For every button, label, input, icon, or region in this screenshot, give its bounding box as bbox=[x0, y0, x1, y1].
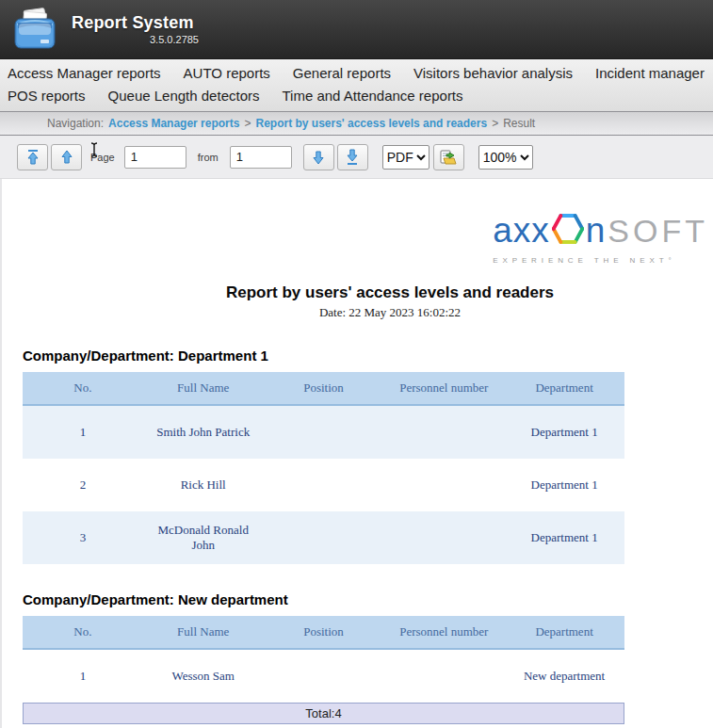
column-header: Department bbox=[504, 616, 624, 648]
axxonsoft-logo: axx n bbox=[493, 211, 708, 265]
table-cell: Rick Hill bbox=[143, 459, 264, 511]
page-number-input[interactable] bbox=[124, 146, 186, 169]
table-cell: 1 bbox=[23, 406, 143, 459]
page-label: Page bbox=[90, 152, 115, 163]
table-row: 2Rick HillDepartment 1 bbox=[23, 459, 624, 511]
column-header: Position bbox=[264, 372, 384, 404]
table-cell: Department 1 bbox=[504, 459, 624, 511]
table-cell bbox=[264, 511, 384, 564]
logo-text-n: n bbox=[586, 212, 607, 250]
app-title: Report System bbox=[72, 13, 199, 33]
column-header: Personnel number bbox=[383, 616, 504, 648]
menu-item-general-reports[interactable]: General reports bbox=[293, 62, 391, 85]
logo-tagline: EXPERIENCE THE NEXT° bbox=[493, 256, 708, 265]
menu-item-visitors-behavior-analysis[interactable]: Visitors behavior analysis bbox=[413, 62, 573, 85]
zoom-select[interactable]: 100% bbox=[478, 145, 533, 170]
column-header: Full Name bbox=[143, 616, 264, 648]
breadcrumb-label: Navigation: bbox=[47, 117, 104, 130]
logo-text-soft: SOFT bbox=[608, 212, 708, 250]
column-header: Department bbox=[504, 372, 624, 404]
table-cell: Department 1 bbox=[504, 406, 624, 459]
column-header: No. bbox=[23, 616, 143, 648]
previous-page-button[interactable] bbox=[51, 144, 82, 170]
table-cell: 2 bbox=[23, 459, 143, 511]
table-cell: McDonald Ronald John bbox=[143, 511, 264, 564]
table-cell: Wesson Sam bbox=[143, 650, 264, 703]
report-page: axx n bbox=[2, 179, 713, 724]
menu-row-1: Access Manager reportsAUTO reportsGenera… bbox=[8, 62, 713, 85]
table-cell bbox=[264, 459, 384, 511]
app-version: 3.5.0.2785 bbox=[150, 34, 199, 45]
column-header: Position bbox=[264, 616, 384, 648]
next-page-button[interactable] bbox=[303, 144, 334, 170]
total-row: Total:4 bbox=[23, 703, 624, 724]
last-page-button[interactable] bbox=[337, 144, 368, 170]
breadcrumb: Navigation: Access Manager reports>Repor… bbox=[0, 112, 713, 136]
table-cell: New department bbox=[504, 650, 624, 703]
table-cell: 3 bbox=[23, 511, 143, 564]
table-cell bbox=[383, 650, 504, 703]
table-cell bbox=[383, 406, 504, 459]
table-cell: 1 bbox=[23, 650, 143, 703]
main-menu: Access Manager reportsAUTO reportsGenera… bbox=[0, 59, 713, 112]
table-cell bbox=[264, 650, 384, 703]
report-sections: Company/Department: Department 1No.Full … bbox=[2, 348, 713, 703]
table-cell bbox=[264, 406, 384, 459]
column-header: Personnel number bbox=[383, 372, 504, 404]
app-header: Report System 3.5.0.2785 bbox=[0, 0, 713, 59]
total-pages-input[interactable] bbox=[230, 146, 292, 169]
logo-hexagon-icon bbox=[552, 211, 584, 251]
table-cell bbox=[383, 459, 504, 511]
menu-item-access-manager-reports[interactable]: Access Manager reports bbox=[8, 62, 161, 85]
report-system-logo-icon bbox=[11, 8, 58, 51]
table-row: 3McDonald Ronald JohnDepartment 1 bbox=[23, 511, 624, 564]
table-cell: Department 1 bbox=[504, 511, 624, 564]
table-row: 1Wesson SamNew department bbox=[23, 650, 624, 703]
from-label: from bbox=[198, 152, 219, 163]
breadcrumb-separator: > bbox=[492, 117, 498, 130]
report-toolbar: Page from PDF 100% bbox=[0, 136, 713, 179]
breadcrumb-items: Access Manager reports>Report by users' … bbox=[108, 117, 535, 130]
column-header: Full Name bbox=[143, 372, 264, 404]
breadcrumb-current: Result bbox=[503, 117, 535, 130]
report-table: No.Full NamePositionPersonnel numberDepa… bbox=[23, 616, 624, 703]
section-heading: Company/Department: New department bbox=[23, 591, 713, 607]
menu-item-queue-length-detectors[interactable]: Queue Length detectors bbox=[108, 85, 260, 107]
breadcrumb-separator: > bbox=[244, 117, 251, 130]
export-button[interactable] bbox=[433, 144, 464, 170]
report-date: Date: 22 May 2023 16:02:22 bbox=[2, 305, 713, 320]
column-header: No. bbox=[23, 372, 143, 404]
menu-item-incident-manager[interactable]: Incident manager bbox=[595, 62, 705, 85]
menu-item-time-and-attendance-reports[interactable]: Time and Attendance reports bbox=[282, 85, 462, 107]
report-table: No.Full NamePositionPersonnel numberDepa… bbox=[23, 372, 624, 564]
table-header-row: No.Full NamePositionPersonnel numberDepa… bbox=[23, 372, 624, 406]
table-row: 1Smith John PatrickDepartment 1 bbox=[23, 406, 624, 459]
table-header-row: No.Full NamePositionPersonnel numberDepa… bbox=[23, 616, 624, 650]
menu-row-2: POS reportsQueue Length detectorsTime an… bbox=[8, 85, 713, 107]
report-title: Report by users' access levels and reade… bbox=[2, 283, 713, 302]
table-cell bbox=[383, 511, 504, 564]
menu-item-auto-reports[interactable]: AUTO reports bbox=[184, 62, 270, 85]
breadcrumb-link[interactable]: Report by users' access levels and reade… bbox=[255, 117, 487, 130]
section-heading: Company/Department: Department 1 bbox=[23, 348, 713, 364]
menu-item-pos-reports[interactable]: POS reports bbox=[8, 85, 86, 107]
logo-text-axx: axx bbox=[493, 212, 550, 250]
report-content-area: axx n bbox=[0, 179, 713, 728]
table-cell: Smith John Patrick bbox=[143, 406, 264, 459]
export-format-select[interactable]: PDF bbox=[382, 145, 429, 170]
app-title-block: Report System 3.5.0.2785 bbox=[72, 13, 199, 45]
first-page-button[interactable] bbox=[17, 144, 48, 170]
breadcrumb-link[interactable]: Access Manager reports bbox=[108, 117, 239, 130]
